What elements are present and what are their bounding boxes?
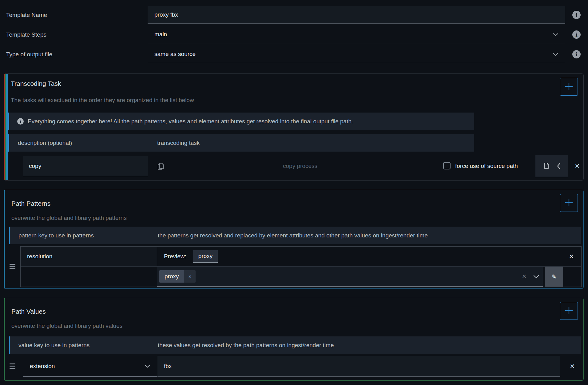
template-name-input[interactable]: proxy fbx bbox=[148, 6, 565, 24]
section-subtitle: overwrite the global and library path pa… bbox=[11, 215, 127, 221]
clear-icon[interactable]: ✕ bbox=[522, 273, 526, 280]
task-description-value: copy bbox=[29, 163, 41, 169]
section-subtitle: The tasks will exectued in the order the… bbox=[11, 97, 194, 104]
delete-value-button[interactable]: ✕ bbox=[566, 356, 578, 377]
column-transcoding-task: transcoding task bbox=[157, 134, 200, 152]
add-task-button[interactable] bbox=[560, 78, 578, 96]
pattern-tag: proxy ✕ bbox=[159, 270, 196, 283]
plus-icon bbox=[565, 306, 573, 316]
value-key-value: extension bbox=[30, 363, 55, 370]
column-pattern-key: pattern key to use in patterns bbox=[18, 227, 94, 244]
delete-pattern-button[interactable]: ✕ bbox=[565, 247, 578, 266]
template-steps-label: Template Steps bbox=[6, 26, 46, 43]
column-value-description: these values get resolved by the path pa… bbox=[158, 336, 334, 354]
column-header-row: pattern key to use in patterns the patte… bbox=[9, 227, 581, 244]
force-source-path-label: force use of source path bbox=[455, 156, 518, 176]
template-steps-select[interactable]: main bbox=[148, 26, 565, 43]
pattern-tag-label: proxy bbox=[159, 270, 184, 283]
plus-icon bbox=[565, 198, 573, 208]
paste-icon[interactable] bbox=[543, 162, 550, 170]
pencil-icon: ✎ bbox=[551, 273, 557, 280]
edit-pattern-button[interactable]: ✎ bbox=[545, 267, 563, 287]
section-title: Transcoding Task bbox=[11, 80, 61, 87]
force-source-path-checkbox[interactable] bbox=[443, 162, 451, 169]
pattern-key-value: resolution bbox=[27, 253, 52, 260]
pattern-tags-input[interactable]: proxy ✕ ✕ bbox=[157, 267, 543, 287]
value-key-select[interactable]: extension bbox=[23, 356, 157, 377]
column-header-row: value key to use in patterns these value… bbox=[9, 336, 581, 354]
path-patterns-section: Path Patterns overwrite the global and l… bbox=[4, 190, 584, 289]
info-icon[interactable]: i bbox=[572, 11, 581, 19]
preview-chip: proxy bbox=[193, 250, 218, 263]
preview-label: Preview: bbox=[164, 253, 186, 260]
task-description-input[interactable]: copy bbox=[23, 156, 148, 176]
info-icon[interactable]: i bbox=[572, 30, 581, 39]
chevron-down-icon bbox=[553, 33, 558, 36]
chevron-down-icon bbox=[145, 364, 150, 368]
section-subtitle: overwrite the global and library path va… bbox=[11, 323, 122, 329]
task-action-group bbox=[535, 155, 568, 177]
pattern-editor: resolution Preview: proxy ✕ proxy ✕ ✕ ✎ bbox=[20, 246, 582, 287]
output-type-row: Type of output file same as source i bbox=[0, 46, 588, 63]
output-type-value: same as source bbox=[154, 51, 196, 58]
plus-icon bbox=[565, 82, 573, 92]
drag-handle-icon[interactable] bbox=[10, 264, 15, 269]
info-banner-text: Everything comes together here! All the … bbox=[28, 118, 353, 125]
chevron-down-icon bbox=[553, 53, 558, 56]
add-pattern-button[interactable] bbox=[560, 194, 578, 212]
template-name-value: proxy fbx bbox=[154, 11, 178, 18]
copy-icon[interactable] bbox=[157, 162, 165, 172]
info-banner: i Everything comes together here! All th… bbox=[8, 113, 474, 130]
template-steps-value: main bbox=[154, 31, 167, 38]
remove-tag-icon[interactable]: ✕ bbox=[184, 270, 196, 283]
value-value: fbx bbox=[164, 363, 172, 370]
delete-task-button[interactable]: ✕ bbox=[571, 156, 583, 176]
transcoding-task-section: Transcoding Task The tasks will exectued… bbox=[4, 73, 584, 181]
template-name-label: Template Name bbox=[6, 6, 47, 24]
column-header-row: description (optional) transcoding task bbox=[8, 134, 474, 152]
task-process-placeholder[interactable]: copy process bbox=[214, 156, 386, 176]
drag-handle-icon[interactable] bbox=[10, 363, 15, 369]
template-name-row: Template Name proxy fbx i bbox=[0, 6, 588, 24]
pattern-key-input[interactable]: resolution bbox=[21, 247, 157, 266]
value-input[interactable]: fbx bbox=[157, 356, 560, 377]
add-value-button[interactable] bbox=[560, 302, 578, 320]
path-values-section: Path Values overwrite the global and lib… bbox=[4, 298, 584, 381]
chevron-left-icon[interactable] bbox=[557, 163, 561, 169]
chevron-down-icon[interactable] bbox=[533, 275, 539, 278]
template-steps-row: Template Steps main i bbox=[0, 26, 588, 43]
column-pattern-description: the patterns get resolved and replaced b… bbox=[158, 227, 428, 244]
section-title: Path Patterns bbox=[11, 200, 50, 207]
section-title: Path Values bbox=[11, 308, 46, 315]
rgb-stripe-border bbox=[4, 74, 8, 180]
info-icon: i bbox=[17, 118, 24, 125]
output-type-select[interactable]: same as source bbox=[148, 46, 565, 63]
info-icon[interactable]: i bbox=[572, 50, 581, 58]
column-value-key: value key to use in patterns bbox=[18, 336, 89, 354]
pattern-key-row: resolution Preview: proxy ✕ bbox=[21, 247, 581, 267]
column-description: description (optional) bbox=[18, 134, 72, 152]
pattern-value-row: proxy ✕ ✕ ✎ bbox=[21, 267, 581, 287]
output-type-label: Type of output file bbox=[6, 46, 52, 63]
